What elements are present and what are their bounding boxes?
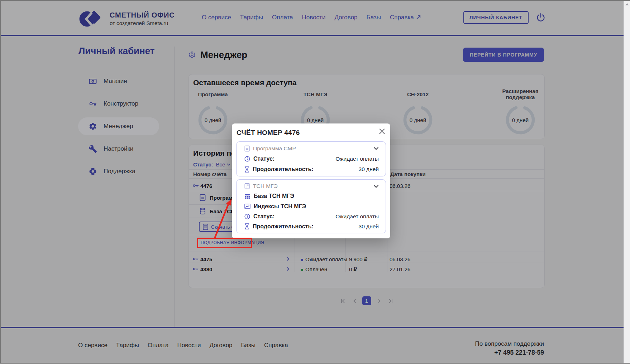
modal-title: СЧЁТ НОМЕР 4476 <box>237 129 300 137</box>
annotation-highlight-box <box>197 238 252 248</box>
section-header[interactable]: Программа СМР <box>244 143 379 154</box>
hourglass-icon <box>244 166 249 173</box>
table-icon <box>244 194 250 199</box>
duration-row: Продолжительность: 30 дней <box>244 164 379 175</box>
window-border-top <box>0 0 630 1</box>
info-icon <box>244 214 250 219</box>
journal-icon <box>244 183 250 189</box>
document-icon <box>244 145 250 152</box>
product-row: База ТСН МГЭ <box>244 191 379 201</box>
chart-icon <box>244 204 250 209</box>
screen: СМЕТНЫЙ ОФИС от создателей Smeta.ru О се… <box>0 0 630 364</box>
status-row: Статус: Ожидает оплаты <box>244 212 379 222</box>
close-icon[interactable] <box>379 128 385 135</box>
status-row: Статус: Ожидает оплаты <box>244 154 379 164</box>
scroll-up-arrow[interactable] <box>625 3 629 5</box>
window-border-left <box>0 0 1 364</box>
invoice-modal: СЧЁТ НОМЕР 4476 Программа СМР Статус: Ож… <box>232 123 390 238</box>
info-icon <box>244 156 250 162</box>
duration-row: Продолжительность: 30 дней <box>244 222 379 232</box>
chevron-down-icon <box>373 147 379 150</box>
chevron-down-icon <box>373 185 379 188</box>
product-row: Индексы ТСН МГЭ <box>244 201 379 211</box>
hourglass-icon <box>244 223 249 229</box>
modal-section-program: Программа СМР Статус: Ожидает оплаты Про… <box>236 141 386 176</box>
scrollbar[interactable] <box>624 1 630 364</box>
modal-section-tsn: ТСН МГЭ База ТСН МГЭ Индексы ТСН МГЭ <box>236 179 386 233</box>
section-header[interactable]: ТСН МГЭ <box>244 181 379 191</box>
